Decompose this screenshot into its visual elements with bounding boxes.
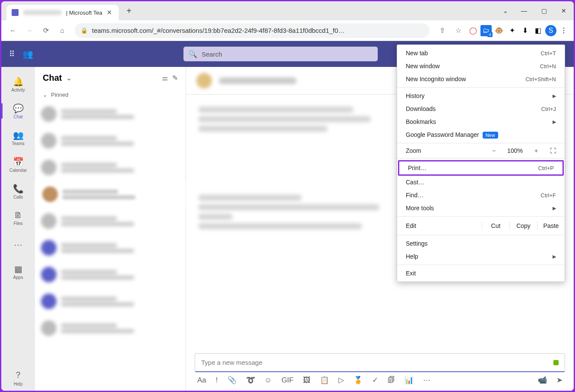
menu-history[interactable]: History▶	[397, 89, 565, 102]
close-tab-icon[interactable]: ✕	[107, 9, 112, 16]
profile-icon[interactable]: S	[545, 25, 556, 36]
menu-paste[interactable]: Paste	[537, 221, 565, 230]
bookmark-star-icon[interactable]: ☆	[451, 23, 466, 38]
chat-item[interactable]	[35, 208, 186, 234]
chevron-down-icon[interactable]: ⌄	[66, 74, 72, 82]
menu-bookmarks[interactable]: Bookmarks▶	[397, 115, 565, 128]
menu-help[interactable]: Help▶	[397, 250, 565, 263]
forward-button[interactable]: →	[22, 23, 37, 38]
rail-apps[interactable]: ▦Apps	[3, 259, 33, 285]
menu-copy[interactable]: Copy	[509, 221, 537, 230]
menu-settings[interactable]: Settings	[397, 237, 565, 250]
apps-icon: ▦	[14, 264, 22, 274]
minimize-button[interactable]: ―	[514, 1, 534, 20]
avatar	[196, 73, 212, 89]
people-icon: 👥	[13, 130, 24, 140]
attach-icon[interactable]: 📎	[227, 376, 237, 385]
compose-area: Type a new message Aa ! 📎 ➰ ☺ GIF 🖼 📋 ▷ …	[186, 349, 574, 391]
schedule-icon[interactable]: 📋	[320, 376, 329, 385]
format-icon[interactable]: Aa	[197, 376, 206, 385]
maximize-button[interactable]: ▢	[534, 1, 554, 20]
teams-favicon	[12, 9, 19, 16]
tab-title-suffix: | Microsoft Tea	[66, 9, 102, 16]
zoom-out-button[interactable]: −	[485, 147, 502, 154]
rail-calls[interactable]: 📞Calls	[3, 178, 33, 204]
menu-edit: Edit Cut Copy Paste	[397, 218, 565, 233]
rail-files[interactable]: 🗎Files	[3, 205, 33, 231]
chrome-menu-button[interactable]: ⋮	[558, 25, 569, 36]
downloads-icon[interactable]: ⬇	[519, 25, 531, 36]
emoji-icon[interactable]: ☺	[265, 376, 272, 385]
approvals-icon[interactable]: ✓	[372, 376, 378, 385]
chat-item[interactable]	[35, 154, 186, 181]
zoom-in-button[interactable]: +	[528, 147, 545, 154]
pinned-section[interactable]: ⌄ Pinned	[35, 89, 186, 101]
extension-face-icon[interactable]: 🐵	[493, 25, 505, 36]
extensions-puzzle-icon[interactable]: ✦	[506, 25, 518, 36]
menu-find[interactable]: Find…Ctrl+F	[397, 189, 565, 202]
teams-search-input[interactable]: 🔍 Search	[183, 47, 378, 61]
menu-more-tools[interactable]: More tools▶	[397, 202, 565, 215]
polls-icon[interactable]: 📊	[404, 376, 414, 385]
share-icon[interactable]: ⇧	[435, 23, 449, 38]
loop-icon[interactable]: ➰	[246, 376, 255, 385]
chat-item[interactable]	[35, 315, 186, 341]
chat-item[interactable]	[35, 101, 186, 127]
menu-password-manager[interactable]: Google Password ManagerNew	[397, 128, 565, 141]
rail-more[interactable]: ⋯	[3, 232, 33, 258]
close-window-button[interactable]: ✕	[554, 1, 574, 20]
menu-cast[interactable]: Cast…	[397, 176, 565, 189]
tab-search-icon[interactable]: ⌄	[497, 1, 514, 20]
home-button[interactable]: ⌂	[55, 23, 70, 38]
video-clip-icon[interactable]: 📹	[538, 376, 547, 385]
browser-tab[interactable]: | Microsoft Tea ✕	[6, 5, 119, 20]
rail-chat[interactable]: 💬Chat	[3, 98, 33, 124]
extension-blue-icon[interactable]: 🗂	[480, 25, 492, 36]
chat-item[interactable]	[35, 234, 186, 261]
rail-help[interactable]: ？Help	[3, 365, 33, 391]
rail-teams[interactable]: 👥Teams	[3, 125, 33, 151]
gif-icon[interactable]: GIF	[281, 376, 294, 385]
sticker-icon[interactable]: 🖼	[303, 376, 310, 385]
menu-cut[interactable]: Cut	[482, 221, 509, 230]
menu-new-tab[interactable]: New tabCtrl+T	[397, 47, 565, 60]
tab-title-blurred	[23, 10, 62, 15]
menu-downloads[interactable]: DownloadsCtrl+J	[397, 102, 565, 115]
phone-icon: 📞	[13, 183, 24, 194]
send-button[interactable]: ➤	[556, 376, 562, 385]
more-actions-icon[interactable]: ⋯	[423, 376, 430, 385]
window-controls: ⌄ ― ▢ ✕	[497, 1, 574, 20]
message-input[interactable]: Type a new message	[195, 353, 565, 372]
extension-opera-icon[interactable]: ◯	[468, 25, 479, 36]
url-input[interactable]: 🔒 teams.microsoft.com/_#/conversations/1…	[75, 23, 430, 38]
chat-item-selected[interactable]	[35, 181, 186, 208]
new-badge: New	[483, 132, 498, 139]
search-placeholder: Search	[202, 51, 222, 58]
chat-item[interactable]	[35, 261, 186, 288]
new-tab-button[interactable]: +	[126, 6, 132, 16]
teams-logo-icon[interactable]: 👥	[22, 49, 33, 59]
filter-icon[interactable]: ⚌	[162, 74, 168, 82]
priority-icon[interactable]: !	[216, 376, 218, 385]
praise-icon[interactable]: 🏅	[354, 376, 363, 385]
chat-item[interactable]	[35, 127, 186, 154]
viva-icon[interactable]: 🗐	[388, 376, 395, 385]
chat-list-panel: Chat ⌄ ⚌ ✎ ⌄ Pinned	[35, 67, 186, 391]
chat-item[interactable]	[35, 288, 186, 315]
menu-new-window[interactable]: New windowCtrl+N	[397, 60, 565, 73]
menu-incognito[interactable]: New Incognito windowCtrl+Shift+N	[397, 73, 565, 85]
sidepanel-icon[interactable]: ◧	[532, 25, 543, 36]
new-chat-icon[interactable]: ✎	[172, 74, 178, 82]
conversation-title-blurred	[219, 77, 297, 84]
rail-calendar[interactable]: 📅Calendar	[3, 152, 33, 177]
reload-button[interactable]: ⟳	[38, 23, 53, 38]
menu-print[interactable]: Print…Ctrl+P	[399, 161, 562, 174]
stream-icon[interactable]: ▷	[338, 376, 344, 385]
rail-activity[interactable]: 🔔Activity	[3, 71, 33, 97]
file-icon: 🗎	[14, 210, 22, 220]
back-button[interactable]: ←	[6, 23, 20, 38]
fullscreen-icon[interactable]: ⛶	[545, 147, 561, 154]
app-launcher-icon[interactable]: ⠿	[9, 49, 15, 59]
chat-list-title: Chat	[43, 73, 62, 83]
menu-exit[interactable]: Exit	[397, 267, 565, 280]
